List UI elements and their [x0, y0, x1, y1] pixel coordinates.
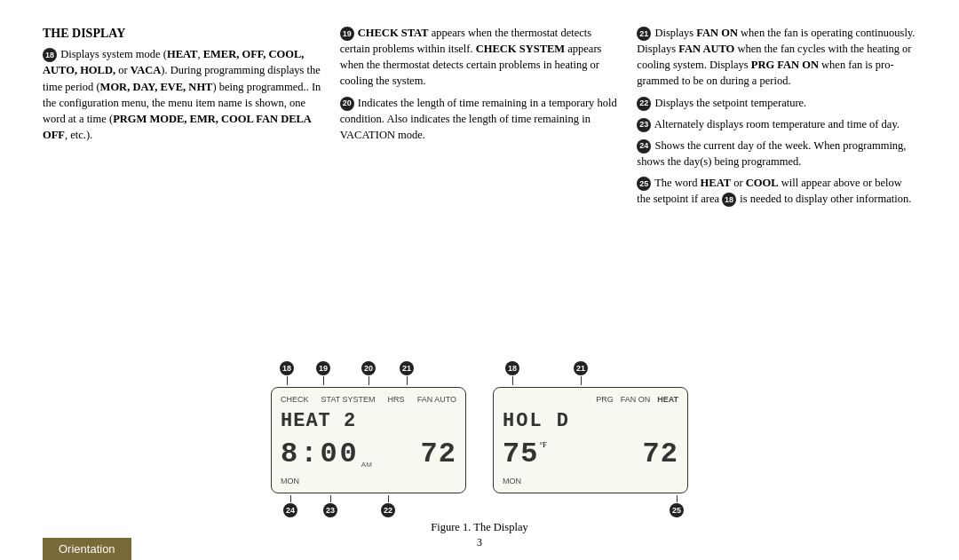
ann-21-left: 21: [400, 361, 414, 375]
top-annotations-left: 18 19 20 21: [271, 361, 466, 385]
ann-22-left: 22: [381, 503, 395, 517]
cool-word: COOL: [746, 177, 779, 189]
item-25-text: 25 The word HEAT or COOL will appear abo…: [637, 175, 916, 207]
mon-label-left: MON: [281, 477, 299, 485]
item-22-text: 22 Displays the setpoint temperature.: [637, 95, 916, 111]
section-title: THE DISPLAY: [43, 25, 322, 43]
ann-19-left: 19: [316, 361, 330, 375]
circle-24: 24: [637, 139, 651, 154]
check-system-label: CHECK SYSTEM: [476, 43, 565, 55]
ann-21-right: 21: [574, 361, 588, 375]
left-display-bottom: MON: [281, 477, 456, 485]
right-display-container: 18 21 PRG FAN ON HEAT HOL D: [493, 361, 688, 517]
heat-disp-label: HEAT: [657, 395, 678, 404]
item-21-text: 21 Displays FAN ON when the fan is opera…: [637, 25, 916, 90]
prg-fan-on-label: PRG FAN ON: [751, 59, 819, 71]
menu-items: PRGM MODE, EMR, COOL FAN DELA OFF: [43, 113, 311, 141]
ann-18-left: 18: [280, 361, 294, 375]
bottom-annotations-right: 25: [493, 495, 688, 517]
top-annotations-right: 18 21: [493, 361, 688, 385]
circle-22: 22: [637, 97, 651, 111]
column-1: THE DISPLAY 18 Displays system mode (HEA…: [43, 25, 322, 352]
heat-display: HEAT 2: [281, 412, 356, 431]
left-display-inner: CHECK STAT SYSTEM HRS FAN AUTO HEAT 2 8:…: [281, 395, 456, 485]
temp2-display-right: 72: [643, 440, 678, 469]
time-periods: MOR, DAY, EVE, NHT: [100, 81, 213, 93]
right-display-inner: PRG FAN ON HEAT HOL D 75 °F 72: [503, 395, 678, 485]
orientation-tab[interactable]: Orientation: [43, 538, 131, 560]
circle-21: 21: [637, 27, 651, 41]
item-24-text: 24 Shows the current day of the week. Wh…: [637, 138, 916, 170]
bottom-annotations-left: 24 23 22: [271, 495, 466, 517]
column-2: 19 CHECK STAT appears when the thermosta…: [340, 25, 620, 352]
circle-18-ref: 18: [722, 193, 736, 207]
check-stat-label: CHECK STAT: [358, 27, 429, 39]
am-label: AM: [361, 461, 372, 469]
temp-display-left: 72: [421, 440, 456, 469]
prg-label: PRG: [596, 395, 614, 404]
heat-label: HEAT: [167, 48, 198, 60]
ann-24-left: 24: [283, 503, 297, 517]
temp1-display-right: 75: [503, 440, 538, 469]
left-display-box: CHECK STAT SYSTEM HRS FAN AUTO HEAT 2 8:…: [271, 387, 466, 493]
deg-f: °F: [539, 440, 547, 449]
left-display-container: 18 19 20 21 CHECK: [271, 361, 466, 517]
vaca-label: VACA: [131, 64, 162, 76]
circle-20: 20: [340, 97, 354, 111]
item-20-text: 20 Indicates the length of time remainin…: [340, 95, 620, 143]
fan-auto-label-disp: FAN AUTO: [417, 395, 456, 404]
right-temp-row: 75 °F 72: [503, 440, 678, 469]
page-content: THE DISPLAY 18 Displays system mode (HEA…: [0, 0, 959, 560]
mon-label-right: MON: [503, 477, 521, 485]
fan-on-disp-label: FAN ON: [621, 395, 651, 404]
text-columns: THE DISPLAY 18 Displays system mode (HEA…: [43, 25, 916, 352]
right-display-bottom: MON: [503, 477, 678, 485]
right-display-box: PRG FAN ON HEAT HOL D 75 °F 72: [493, 387, 688, 493]
left-main-row: HEAT 2: [281, 412, 456, 431]
heat-word: HEAT: [701, 177, 732, 189]
ann-23-left: 23: [323, 503, 337, 517]
figure-caption: Figure 1. The Display: [43, 521, 916, 534]
left-display-top: CHECK STAT SYSTEM HRS FAN AUTO: [281, 395, 456, 404]
hold-display: HOL D: [503, 412, 570, 431]
circle-23: 23: [637, 118, 651, 132]
time-display: 8:00: [281, 440, 360, 469]
hrs-label: HRS: [388, 395, 405, 404]
circle-18: 18: [43, 48, 57, 62]
fan-auto-label: FAN AUTO: [678, 43, 734, 55]
circle-19: 19: [340, 27, 354, 41]
left-time-row: 8:00 AM 72: [281, 440, 456, 469]
item-19-text: 19 CHECK STAT appears when the thermosta…: [340, 25, 620, 90]
circle-25: 25: [637, 177, 651, 191]
right-main-row: HOL D: [503, 412, 678, 431]
figure-area: 18 19 20 21 CHECK: [43, 361, 916, 517]
figure-title: Figure 1. The Display: [431, 521, 527, 533]
ann-20-left: 20: [361, 361, 376, 375]
page-number: 3: [43, 536, 916, 549]
right-display-top: PRG FAN ON HEAT: [503, 395, 678, 404]
ann-18-right: 18: [505, 361, 519, 375]
column-3: 21 Displays FAN ON when the fan is opera…: [637, 25, 916, 352]
ann-25-right: 25: [670, 503, 684, 517]
check-label: CHECK: [281, 395, 309, 404]
stat-system-label: STAT SYSTEM: [321, 395, 376, 404]
item-18-text: 18 Displays system mode (HEAT, EMER, OFF…: [43, 46, 322, 143]
fan-on-label: FAN ON: [696, 27, 738, 39]
item-23-text: 23 Alternately displays room temperature…: [637, 116, 916, 132]
